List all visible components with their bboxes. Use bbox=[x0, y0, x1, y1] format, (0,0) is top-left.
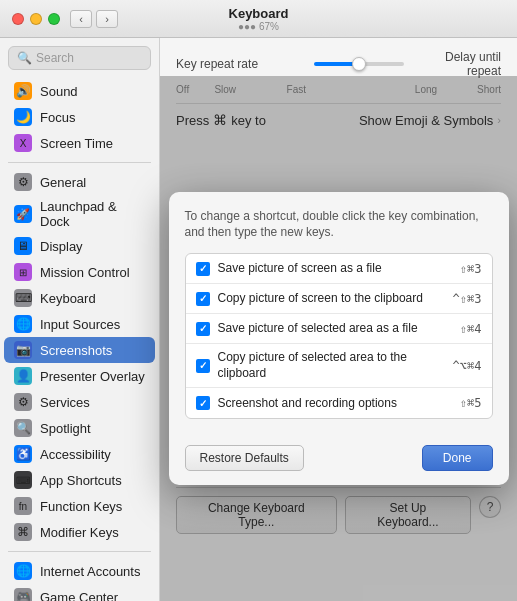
sidebar-item-accessibility[interactable]: ♿ Accessibility bbox=[4, 441, 155, 467]
sidebar-item-services[interactable]: ⚙ Services bbox=[4, 389, 155, 415]
modal-footer: Restore Defaults Done bbox=[169, 435, 509, 485]
modal-overlay: To change a shortcut, double click the k… bbox=[160, 76, 517, 601]
services-icon: ⚙ bbox=[14, 393, 32, 411]
launchpad-icon: 🚀 bbox=[14, 205, 32, 223]
sidebar-item-label: App Shortcuts bbox=[40, 473, 122, 488]
general-icon: ⚙ bbox=[14, 173, 32, 191]
close-button[interactable] bbox=[12, 13, 24, 25]
forward-button[interactable]: › bbox=[96, 10, 118, 28]
window-subtitle: ●●● 67% bbox=[238, 21, 279, 32]
sidebar-item-label: Accessibility bbox=[40, 447, 111, 462]
shortcut-keys-5: ⇧⌘5 bbox=[460, 396, 482, 410]
sidebar-item-launchpad[interactable]: 🚀 Launchpad & Dock bbox=[4, 195, 155, 233]
search-box[interactable]: 🔍 Search bbox=[8, 46, 151, 70]
sidebar-item-label: Keyboard bbox=[40, 291, 96, 306]
sidebar-item-label: Launchpad & Dock bbox=[40, 199, 145, 229]
shortcut-checkbox-5[interactable] bbox=[196, 396, 210, 410]
shortcut-label-1: Save picture of screen as a file bbox=[218, 261, 452, 277]
shortcut-keys-4: ^⌥⌘4 bbox=[453, 359, 482, 373]
presenter-icon: 👤 bbox=[14, 367, 32, 385]
shortcut-item-1[interactable]: Save picture of screen as a file ⇧⌘3 bbox=[186, 254, 492, 284]
sidebar-item-modkeys[interactable]: ⌘ Modifier Keys bbox=[4, 519, 155, 545]
sidebar-item-label: Focus bbox=[40, 110, 75, 125]
shortcut-item-5[interactable]: Screenshot and recording options ⇧⌘5 bbox=[186, 388, 492, 418]
sidebar-item-screentime[interactable]: X Screen Time bbox=[4, 130, 155, 156]
sidebar-item-sound[interactable]: 🔊 Sound bbox=[4, 78, 155, 104]
shortcut-label-2: Copy picture of screen to the clipboard bbox=[218, 291, 445, 307]
sidebar-item-appshortcuts[interactable]: ⌨ App Shortcuts bbox=[4, 467, 155, 493]
window-title-group: Keyboard ●●● 67% bbox=[229, 6, 289, 32]
sidebar-item-label: Screenshots bbox=[40, 343, 112, 358]
sidebar-item-gamecenter[interactable]: 🎮 Game Center bbox=[4, 584, 155, 601]
sound-icon: 🔊 bbox=[14, 82, 32, 100]
sidebar-item-label: Services bbox=[40, 395, 90, 410]
restore-defaults-button[interactable]: Restore Defaults bbox=[185, 445, 304, 471]
shortcut-checkbox-3[interactable] bbox=[196, 322, 210, 336]
shortcut-checkbox-1[interactable] bbox=[196, 262, 210, 276]
back-button[interactable]: ‹ bbox=[70, 10, 92, 28]
sidebar-item-label: Spotlight bbox=[40, 421, 91, 436]
repeat-rate-slider[interactable] bbox=[314, 62, 404, 66]
shortcut-checkbox-4[interactable] bbox=[196, 359, 210, 373]
delay-repeat-label: Delay until repeat bbox=[412, 50, 502, 78]
sidebar-item-keyboard[interactable]: ⌨ Keyboard bbox=[4, 285, 155, 311]
sidebar-item-label: General bbox=[40, 175, 86, 190]
fnkeys-icon: fn bbox=[14, 497, 32, 515]
divider-1 bbox=[8, 162, 151, 163]
sidebar-item-label: Internet Accounts bbox=[40, 564, 140, 579]
search-placeholder: Search bbox=[36, 51, 74, 65]
appshortcuts-icon: ⌨ bbox=[14, 471, 32, 489]
search-icon: 🔍 bbox=[17, 51, 32, 65]
shortcut-label-4: Copy picture of selected area to the cli… bbox=[218, 350, 445, 381]
shortcut-label-5: Screenshot and recording options bbox=[218, 396, 452, 412]
shortcut-keys-3: ⇧⌘4 bbox=[460, 322, 482, 336]
sidebar-item-general[interactable]: ⚙ General bbox=[4, 169, 155, 195]
sidebar: 🔍 Search 🔊 Sound 🌙 Focus X Screen Time ⚙… bbox=[0, 38, 160, 601]
sidebar-item-label: Presenter Overlay bbox=[40, 369, 145, 384]
shortcut-item-3[interactable]: Save picture of selected area as a file … bbox=[186, 314, 492, 344]
sidebar-item-label: Mission Control bbox=[40, 265, 130, 280]
modkeys-icon: ⌘ bbox=[14, 523, 32, 541]
screenshots-modal: To change a shortcut, double click the k… bbox=[169, 192, 509, 486]
shortcut-keys-2: ^⇧⌘3 bbox=[453, 292, 482, 306]
sidebar-item-label: Function Keys bbox=[40, 499, 122, 514]
sidebar-item-internet[interactable]: 🌐 Internet Accounts bbox=[4, 558, 155, 584]
shortcut-item-2[interactable]: Copy picture of screen to the clipboard … bbox=[186, 284, 492, 314]
screenshots-icon: 📷 bbox=[14, 341, 32, 359]
sidebar-item-presenter[interactable]: 👤 Presenter Overlay bbox=[4, 363, 155, 389]
window-title: Keyboard bbox=[229, 6, 289, 21]
accessibility-icon: ♿ bbox=[14, 445, 32, 463]
sidebar-item-label: Screen Time bbox=[40, 136, 113, 151]
display-icon: 🖥 bbox=[14, 237, 32, 255]
sidebar-item-label: Display bbox=[40, 239, 83, 254]
sidebar-item-label: Modifier Keys bbox=[40, 525, 119, 540]
modal-body: To change a shortcut, double click the k… bbox=[169, 192, 509, 436]
shortcut-checkbox-2[interactable] bbox=[196, 292, 210, 306]
maximize-button[interactable] bbox=[48, 13, 60, 25]
screentime-icon: X bbox=[14, 134, 32, 152]
minimize-button[interactable] bbox=[30, 13, 42, 25]
sidebar-item-screenshots[interactable]: 📷 Screenshots bbox=[4, 337, 155, 363]
sidebar-item-label: Input Sources bbox=[40, 317, 120, 332]
sidebar-item-label: Game Center bbox=[40, 590, 118, 602]
sidebar-item-focus[interactable]: 🌙 Focus bbox=[4, 104, 155, 130]
sidebar-item-fnkeys[interactable]: fn Function Keys bbox=[4, 493, 155, 519]
content-wrapper: Key repeat rate Delay until repeat Off S… bbox=[160, 38, 517, 601]
traffic-lights bbox=[12, 13, 60, 25]
sidebar-item-spotlight[interactable]: 🔍 Spotlight bbox=[4, 415, 155, 441]
mission-icon: ⊞ bbox=[14, 263, 32, 281]
shortcut-item-4[interactable]: Copy picture of selected area to the cli… bbox=[186, 344, 492, 388]
shortcut-list: Save picture of screen as a file ⇧⌘3 Cop… bbox=[185, 253, 493, 419]
title-bar: ‹ › Keyboard ●●● 67% bbox=[0, 0, 517, 38]
done-button[interactable]: Done bbox=[422, 445, 493, 471]
focus-icon: 🌙 bbox=[14, 108, 32, 126]
sidebar-item-mission[interactable]: ⊞ Mission Control bbox=[4, 259, 155, 285]
divider-2 bbox=[8, 551, 151, 552]
keyboard-icon: ⌨ bbox=[14, 289, 32, 307]
modal-hint: To change a shortcut, double click the k… bbox=[185, 208, 493, 242]
sidebar-item-label: Sound bbox=[40, 84, 78, 99]
sidebar-item-display[interactable]: 🖥 Display bbox=[4, 233, 155, 259]
sidebar-item-input[interactable]: 🌐 Input Sources bbox=[4, 311, 155, 337]
shortcut-keys-1: ⇧⌘3 bbox=[460, 262, 482, 276]
internet-icon: 🌐 bbox=[14, 562, 32, 580]
